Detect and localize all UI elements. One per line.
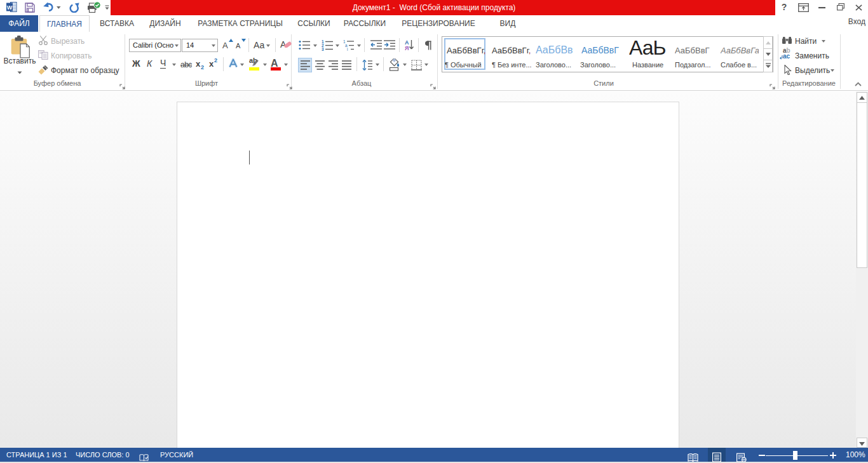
svg-text:W: W bbox=[7, 4, 13, 11]
svg-text:3: 3 bbox=[322, 47, 324, 51]
svg-text:i: i bbox=[347, 47, 348, 51]
